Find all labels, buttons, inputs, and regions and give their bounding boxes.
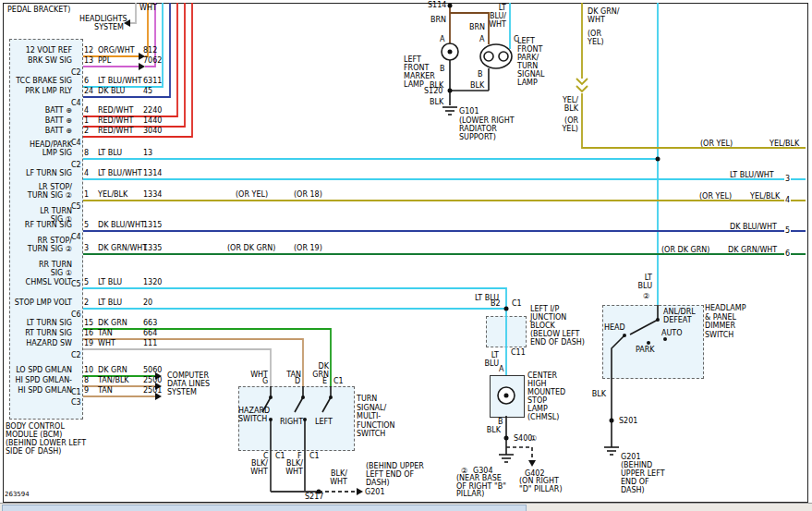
scrollbar-thumb[interactable] [2, 505, 527, 511]
wire-pin: 2 [84, 298, 89, 307]
wire-pin: 16 [84, 329, 93, 337]
wire-pin: 1 [84, 190, 89, 199]
wire-color: DK GRN/WHT [98, 244, 147, 252]
brn-label-left: BRN [430, 16, 446, 24]
ground-g201-location: (BEHIND UPPER LEFT END OF DASH) [621, 461, 665, 494]
bcm-connector: C2 [71, 161, 81, 169]
wire-circuit: 663 [143, 319, 157, 327]
ground-g201-ref: G201 [365, 488, 384, 496]
park-turn-pin-a: A [479, 35, 484, 43]
wire-pin: 4 [84, 106, 89, 115]
bcm-signal: 12 VOLT REF [6, 46, 72, 55]
wire-pin: 3 [84, 244, 89, 252]
bcm-connector: C5 [71, 280, 81, 288]
jb-conn-c1: C1 [512, 299, 522, 308]
wire-pin: 19 [84, 339, 93, 347]
wire-circuit: 45 [143, 87, 152, 95]
wire-circuit: 664 [143, 329, 157, 337]
marker-pin-a: A [440, 35, 444, 43]
edge-wire-label: YEL/BLK [750, 192, 780, 201]
wire-color: TAN [98, 329, 113, 337]
ground-g201-ref-location: (BEHIND UPPER LEFT END OF DASH) [366, 462, 424, 487]
wire-pin: 6 [84, 77, 89, 85]
wire-color: LT BLU [98, 278, 122, 286]
dimmer-auto-label: AUTO [661, 329, 683, 337]
wire-pin: 4 [84, 169, 89, 177]
bcm-signal: LO SPD GMLAN [6, 366, 72, 374]
wire-color: YEL/BLK [98, 190, 127, 199]
wire-circuit: 20 [143, 298, 152, 307]
park-turn-blk-label: BLK [470, 81, 484, 90]
wire-pin: 8 [84, 376, 89, 384]
bcm-signal: BATT ⊕ [6, 116, 72, 125]
wire-color: LT BLU/WHT [98, 169, 142, 177]
chmsl-blk-label: BLK [479, 426, 501, 434]
bcm-connector: C2 [71, 68, 81, 77]
edge-wire-label: DK BLU/WHT [730, 223, 777, 231]
wire-color: LT BLU/WHT [98, 77, 142, 85]
edge-wire-number: 5 [784, 226, 791, 235]
wire-circuit: 13 [143, 149, 152, 157]
wire-pin: 9 [84, 386, 89, 395]
wire-pin: 15 [84, 319, 93, 327]
wire-circuit: 1320 [143, 278, 162, 286]
bcm-signal: RT TURN SIG [6, 329, 72, 337]
wire-note: (OR DK GRN) [227, 244, 275, 252]
tss-conn-c1-br: C1 [309, 452, 320, 460]
doc-number: 263594 [5, 491, 30, 499]
bcm-connector: C6 [71, 310, 81, 319]
bcm-signal: LT TURN SIG [6, 319, 72, 327]
lt-blu-wht-top-label: LT BLU/ WHT [488, 4, 506, 29]
wire-color: DK GRN [98, 319, 127, 327]
dimmer-caption: HEADLAMP & PANEL DIMMER SWITCH [705, 304, 746, 339]
edge-wire-label: (OR DK GRN) [661, 246, 709, 254]
edge-wire-number: 3 [784, 175, 791, 183]
headlights-system-ref: HEADLIGHTS SYSTEM [79, 15, 124, 31]
bcm-signal: HI SPD GMLAN [6, 386, 72, 395]
wire-circuit: 1335 [143, 244, 162, 252]
wire-pin: 2 [84, 127, 89, 135]
wire-pin: 1 [84, 116, 89, 125]
computer-data-lines-ref: COMPUTER DATA LINES SYSTEM [167, 371, 210, 396]
wire-pin: 24 [84, 87, 93, 95]
bcm-signal: LR STOP/ TURN SIG ② [6, 183, 72, 200]
chmsl-caption: CENTER HIGH MOUNTED STOP LAMP (CHMSL) [527, 371, 565, 421]
wire-circuit: 1315 [143, 221, 162, 229]
dimmer-wire-in-label: LT BLU [634, 274, 652, 290]
bcm-connector: C4 [71, 99, 81, 107]
wire-circuit: 1334 [143, 190, 162, 199]
wire-color: DK BLU [98, 87, 125, 95]
tss-blkwht-splice: BLK/ WHT [329, 469, 347, 486]
bcm-signal: PRK LMP RLY [6, 87, 72, 95]
bcm-connector: C5 [71, 202, 81, 211]
wire-color: PPL [98, 56, 111, 65]
note-2-dimmer: ② [643, 292, 649, 300]
wire-circuit: 6311 [143, 77, 162, 85]
ground-g402-location: (ON RIGHT "D" PILLAR) [519, 478, 563, 493]
ground-g101-location: (LOWER RIGHT RADIATOR SUPPORT) [459, 116, 515, 141]
jb-pin-a: A [499, 365, 503, 373]
wire-circuit: 1314 [143, 169, 162, 177]
tss-hazard-label: HAZARD SWITCH [238, 407, 270, 423]
wire-circuit: 7062 [143, 56, 162, 65]
bcm-signal: RR STOP/ TURN SIG ② [6, 237, 72, 253]
tss-caption: TURN SIGNAL/ MULTI- FUNCTION SWITCH [357, 395, 395, 439]
wire-color: DK GRN [98, 366, 127, 374]
horizontal-scrollbar[interactable] [0, 503, 812, 511]
wiring-diagram: PEDAL BRACKET) 263594 WHT HEADLIGHTS SYS… [0, 0, 812, 511]
wire-pin: 12 [84, 46, 93, 55]
park-turn-pin-c: C [514, 35, 519, 43]
bcm-signal: TCC BRAKE SIG [6, 77, 72, 85]
wire-circuit: 2500 [143, 376, 162, 384]
blk-label-lower: BLK [430, 98, 443, 106]
edge-wire-label: YEL/BLK [770, 140, 799, 148]
dimmer-blk-label: BLK [586, 390, 606, 398]
dk-grn-wht-top-label: DK GRN/ WHT [588, 7, 619, 24]
wire-color: TAN/BLK [98, 376, 129, 384]
jb-conn-c11: C11 [511, 348, 526, 357]
edge-wire-label: (OR YEL) [700, 140, 733, 148]
splice-s217-label: S217 [305, 493, 323, 501]
yel-blk-mid-label: YEL/ BLK [556, 96, 578, 113]
note-1: ① [530, 434, 537, 443]
wire-circuit: 5060 [143, 366, 162, 374]
